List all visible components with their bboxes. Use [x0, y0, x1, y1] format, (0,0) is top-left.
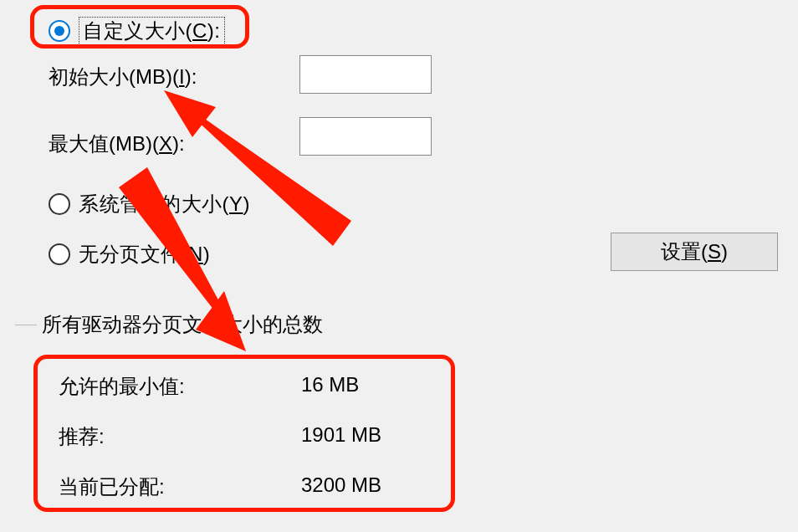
stat-min-row: 允许的最小值: 16 MB	[59, 373, 359, 400]
radio-no-paging[interactable]: 无分页文件(N)	[49, 241, 210, 268]
totals-group-title: 所有驱动器分页文件大小的总数	[38, 311, 326, 338]
initial-size-input[interactable]	[299, 55, 432, 94]
stat-recommended-value: 1901 MB	[301, 423, 381, 450]
stat-recommended-row: 推荐: 1901 MB	[59, 423, 381, 450]
stat-allocated-label: 当前已分配:	[59, 473, 301, 500]
radio-system-managed[interactable]: 系统管理的大小(Y)	[49, 191, 250, 217]
stat-allocated-value: 3200 MB	[301, 473, 381, 500]
radio-system-managed-label: 系统管理的大小(Y)	[79, 191, 250, 217]
stat-allocated-row: 当前已分配: 3200 MB	[59, 473, 381, 500]
set-button-label: 设置(S)	[661, 238, 728, 265]
initial-size-label: 初始大小(MB)(I):	[49, 64, 197, 90]
radio-icon	[49, 193, 70, 215]
groupbox-border	[15, 325, 37, 325]
stat-recommended-label: 推荐:	[59, 423, 301, 450]
max-size-input[interactable]	[299, 117, 432, 156]
stat-min-value: 16 MB	[301, 373, 359, 400]
radio-custom-size-label: 自定义大小(C):	[79, 17, 225, 45]
radio-custom-size[interactable]: 自定义大小(C):	[49, 17, 225, 45]
radio-icon	[49, 243, 70, 265]
max-size-label: 最大值(MB)(X):	[49, 130, 185, 157]
svg-marker-0	[164, 90, 351, 246]
set-button[interactable]: 设置(S)	[611, 233, 778, 271]
radio-icon	[49, 20, 70, 42]
radio-no-paging-label: 无分页文件(N)	[79, 241, 210, 268]
stat-min-label: 允许的最小值:	[59, 373, 301, 400]
